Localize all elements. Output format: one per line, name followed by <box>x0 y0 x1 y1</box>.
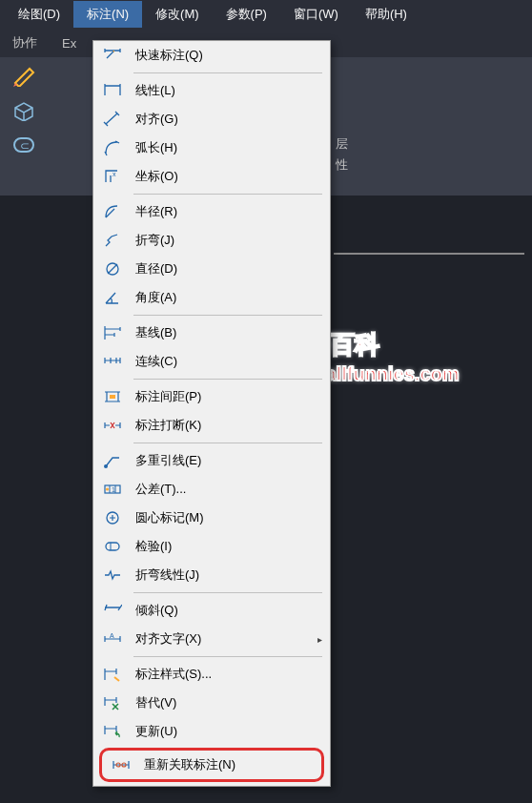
svg-text:x: x <box>113 171 116 177</box>
menu-radius[interactable]: 半径(R) <box>93 197 330 226</box>
secondbar-collab[interactable]: 协作 <box>5 31 45 54</box>
style-icon <box>101 663 124 686</box>
svg-rect-12 <box>110 395 115 399</box>
menu-draw[interactable]: 绘图(D) <box>5 1 73 28</box>
axis-line <box>334 253 524 255</box>
menu-inspect[interactable]: 检验(I) <box>93 532 330 561</box>
pencil-icon[interactable] <box>10 65 40 88</box>
menu-joglinear[interactable]: 折弯线性(J) <box>93 561 330 589</box>
update-icon <box>101 720 124 743</box>
svg-text:1: 1 <box>112 486 115 493</box>
secondbar-ex[interactable]: Ex <box>54 33 84 53</box>
radius-icon <box>101 200 124 223</box>
quick-dim-icon <box>101 44 124 67</box>
aligned-icon <box>101 108 124 131</box>
menu-help[interactable]: 帮助(H) <box>352 1 420 28</box>
menu-reassoc[interactable]: 重新关联标注(N) <box>102 751 321 779</box>
override-icon <box>101 691 124 714</box>
break-icon <box>101 414 124 437</box>
menu-diameter[interactable]: 直径(D) <box>93 255 330 283</box>
menu-linear[interactable]: 线性(L) <box>93 76 330 105</box>
menu-quick-dim[interactable]: 快速标注(Q) <box>93 41 330 70</box>
menu-tolerance[interactable]: 1 公差(T)... <box>93 475 330 504</box>
menubar: 绘图(D) 标注(N) 修改(M) 参数(P) 窗口(W) 帮助(H) <box>0 0 532 29</box>
continue-icon <box>101 350 124 373</box>
svg-point-13 <box>104 464 108 468</box>
aligntext-icon: A <box>101 628 124 650</box>
menu-baseline[interactable]: 基线(B) <box>93 319 330 347</box>
submenu-arrow-icon: ▸ <box>317 634 322 645</box>
menu-multileader[interactable]: 多重引线(E) <box>93 446 330 475</box>
angular-icon <box>101 286 124 309</box>
tolerance-icon: 1 <box>101 478 124 501</box>
baseline-icon <box>101 321 124 344</box>
menu-dimension[interactable]: 标注(N) <box>73 1 142 28</box>
char-xing: 性 <box>336 153 348 177</box>
menu-center[interactable]: 圆心标记(M) <box>93 504 330 532</box>
highlighted-menu-item: 重新关联标注(N) <box>99 748 324 782</box>
menu-space[interactable]: 标注间距(P) <box>93 382 330 411</box>
menu-style[interactable]: 标注样式(S)... <box>93 660 330 689</box>
menu-oblique[interactable]: 倾斜(Q) <box>93 596 330 625</box>
menu-modify[interactable]: 修改(M) <box>142 1 213 28</box>
left-tools: ⊂ <box>0 57 91 196</box>
menu-angular[interactable]: 角度(A) <box>93 283 330 312</box>
menu-ordinate[interactable]: x 坐标(O) <box>93 162 330 191</box>
linear-icon <box>101 79 124 102</box>
subset-icon[interactable]: ⊂ <box>10 134 40 156</box>
menu-window[interactable]: 窗口(W) <box>280 1 352 28</box>
svg-point-15 <box>106 488 109 491</box>
oblique-icon <box>101 599 124 622</box>
joglinear-icon <box>101 564 124 587</box>
reassoc-icon <box>110 753 133 776</box>
menu-arc[interactable]: 弧长(H) <box>93 134 330 162</box>
svg-text:⊂: ⊂ <box>20 139 30 153</box>
svg-rect-18 <box>106 543 119 550</box>
space-icon <box>101 385 124 408</box>
menu-aligntext[interactable]: A 对齐文字(X) ▸ <box>93 625 330 653</box>
multileader-icon <box>101 449 124 472</box>
menu-continue[interactable]: 连续(C) <box>93 347 330 376</box>
menu-override[interactable]: 替代(V) <box>93 689 330 717</box>
svg-text:A: A <box>110 632 114 639</box>
jogged-icon <box>101 229 124 252</box>
center-icon <box>101 506 124 529</box>
inspect-icon <box>101 535 124 558</box>
dimension-dropdown: 快速标注(Q) 线性(L) 对齐(G) 弧长(H) x 坐标(O) 半径(R) … <box>92 40 331 787</box>
menu-jogged[interactable]: 折弯(J) <box>93 226 330 255</box>
diameter-icon <box>101 257 124 280</box>
menu-parametric[interactable]: 参数(P) <box>213 1 280 28</box>
box-icon[interactable] <box>10 99 40 122</box>
menu-update[interactable]: 更新(U) <box>93 717 330 746</box>
menu-aligned[interactable]: 对齐(G) <box>93 105 330 134</box>
menu-break[interactable]: 标注打断(K) <box>93 411 330 440</box>
ordinate-icon: x <box>101 165 124 188</box>
arc-icon <box>101 136 124 159</box>
